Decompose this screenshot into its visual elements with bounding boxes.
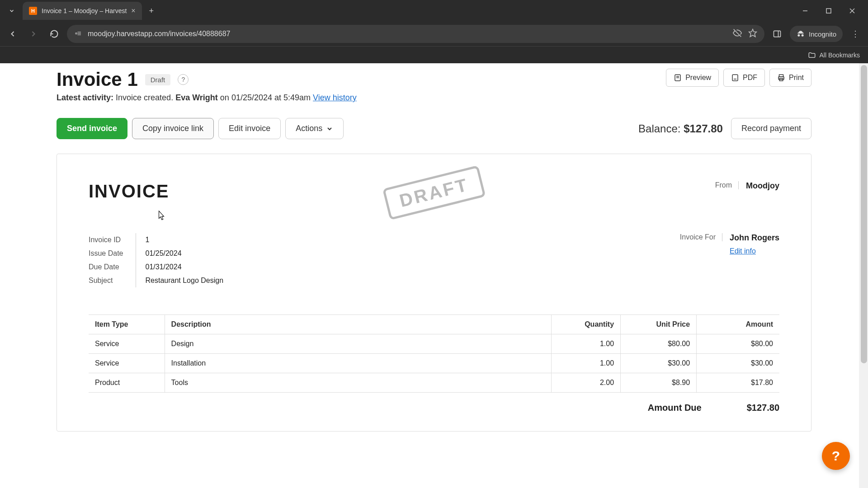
activity-text: Invoice created. [116,93,173,102]
tab-strip: H Invoice 1 – Moodjoy – Harvest × + [0,0,868,22]
cell-amount: $30.00 [697,354,779,373]
col-type: Item Type [89,315,165,334]
eye-off-icon[interactable] [733,28,742,39]
print-label: Print [789,74,804,82]
window-controls [795,2,868,20]
copy-invoice-link-button[interactable]: Copy invoice link [132,118,214,139]
cell-desc: Installation [165,354,552,373]
activity-label: Latest activity: [57,93,113,102]
chevron-down-icon [326,125,333,132]
print-button[interactable]: Print [769,69,811,87]
help-button[interactable]: ? [178,74,189,85]
invoice-for-label: Invoice For [680,233,722,241]
browser-tab[interactable]: H Invoice 1 – Moodjoy – Harvest × [23,2,142,20]
close-window-button[interactable] [842,2,863,20]
cell-type: Product [89,373,165,393]
bookmarks-bar: All Bookmarks [0,46,868,63]
print-icon [777,74,785,82]
new-tab-button[interactable]: + [145,4,158,18]
cell-amount: $17.80 [697,373,779,393]
svg-marker-9 [749,29,757,37]
svg-rect-1 [826,9,831,13]
cell-qty: 1.00 [552,354,621,373]
edit-invoice-button[interactable]: Edit invoice [218,118,281,139]
col-price: Unit Price [621,315,697,334]
table-row: ProductTools2.00$8.90$17.80 [89,373,779,393]
browser-chrome: H Invoice 1 – Moodjoy – Harvest × + [0,0,868,63]
reload-icon [50,29,59,38]
actions-label: Actions [296,124,322,133]
scrollbar-track[interactable] [859,63,868,488]
from-label: From [715,181,739,189]
address-bar[interactable]: moodjoy.harvestapp.com/invoices/40888687 [67,25,764,43]
folder-icon [808,51,816,59]
forward-button[interactable] [25,26,42,42]
incognito-indicator[interactable]: Incognito [790,26,843,42]
chevron-down-icon [9,8,15,14]
close-icon [849,8,855,14]
col-qty: Quantity [552,315,621,334]
line-items-table: Item Type Description Quantity Unit Pric… [89,314,779,393]
amount-due-row: Amount Due $127.80 [89,393,779,413]
svg-rect-15 [732,75,738,81]
due-date-value: 01/31/2024 [136,260,223,274]
site-info-icon[interactable] [74,29,82,39]
maximize-button[interactable] [818,2,839,20]
pdf-icon [731,74,739,82]
star-icon[interactable] [748,28,757,39]
balance-label: Balance: [638,122,680,135]
issue-date-label: Issue Date [89,247,136,260]
help-fab-button[interactable]: ? [822,442,850,470]
invoice-for-value: John Rogers [730,233,779,242]
back-button[interactable] [5,26,21,42]
balance-display: Balance: $127.80 [638,122,723,135]
incognito-icon [796,29,805,38]
svg-rect-10 [774,31,781,37]
side-panel-button[interactable] [769,26,785,42]
invoice-id-value: 1 [136,233,223,247]
scrollbar-thumb[interactable] [861,65,867,363]
table-header-row: Item Type Description Quantity Unit Pric… [89,315,779,334]
preview-button[interactable]: Preview [666,69,719,87]
incognito-label: Incognito [809,30,836,38]
col-desc: Description [165,315,552,334]
maximize-icon [826,8,831,14]
send-invoice-button[interactable]: Send invoice [57,118,127,139]
harvest-favicon: H [29,7,37,15]
minimize-button[interactable] [795,2,816,20]
close-tab-button[interactable]: × [131,7,135,14]
subject-label: Subject [89,274,136,287]
cell-price: $30.00 [621,354,697,373]
actions-dropdown-button[interactable]: Actions [285,118,344,139]
preview-label: Preview [685,74,711,82]
view-history-link[interactable]: View history [313,93,357,102]
browser-menu-button[interactable]: ⋮ [847,26,863,42]
balance-value: $127.80 [684,122,723,135]
amount-due-value: $127.80 [747,403,779,413]
tab-search-button[interactable] [4,3,20,19]
record-payment-button[interactable]: Record payment [731,118,811,139]
cell-desc: Tools [165,373,552,393]
reload-button[interactable] [46,26,62,42]
svg-point-4 [75,33,77,34]
invoice-id-label: Invoice ID [89,233,136,247]
cell-price: $80.00 [621,334,697,354]
cell-type: Service [89,334,165,354]
col-amount: Amount [697,315,779,334]
status-badge: Draft [145,74,171,85]
pdf-button[interactable]: PDF [723,69,765,87]
cell-qty: 1.00 [552,334,621,354]
all-bookmarks-button[interactable]: All Bookmarks [808,51,860,59]
tab-title: Invoice 1 – Moodjoy – Harvest [42,7,127,14]
activity-actor: Eva Wright [175,93,218,102]
url-text: moodjoy.harvestapp.com/invoices/40888687 [88,30,230,38]
pdf-label: PDF [743,74,757,82]
browser-toolbar: moodjoy.harvestapp.com/invoices/40888687… [0,22,868,46]
panel-icon [773,29,782,38]
invoice-meta: Invoice ID 1 Issue Date 01/25/2024 Due D… [89,233,223,287]
arrow-right-icon [29,29,38,38]
edit-info-link[interactable]: Edit info [730,247,779,255]
due-date-label: Due Date [89,260,136,274]
page-viewport: Invoice 1 Draft ? Preview PDF Print [0,63,868,488]
cell-desc: Design [165,334,552,354]
